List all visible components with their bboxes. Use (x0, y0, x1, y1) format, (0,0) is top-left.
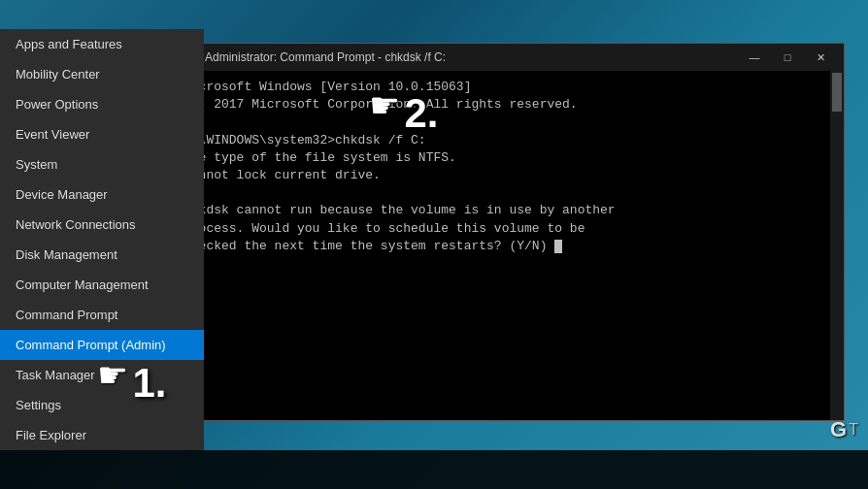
menu-item-computer-management[interactable]: Computer Management (0, 270, 204, 300)
menu-item-device-manager[interactable]: Device Manager (0, 179, 204, 210)
menu-item-disk-management[interactable]: Disk Management (0, 240, 204, 270)
close-button[interactable]: ✕ (805, 48, 836, 67)
menu-item-network-connections[interactable]: Network Connections (0, 210, 204, 240)
watermark-g: G (830, 417, 847, 442)
cmd-titlebar: C:\ Administrator: Command Prompt - chkd… (176, 44, 844, 71)
window-controls: — □ ✕ (739, 48, 836, 67)
menu-item-label-task-manager: Task Manager (16, 368, 95, 382)
annotation-step2: ☛ 2. (369, 85, 438, 137)
menu-item-power-options[interactable]: Power Options (0, 89, 204, 119)
menu-item-label-system: System (16, 157, 57, 172)
cmd-title: Administrator: Command Prompt - chkdsk /… (205, 50, 739, 64)
menu-item-label-command-prompt-admin: Command Prompt (Admin) (16, 338, 166, 352)
menu-item-system[interactable]: System (0, 149, 204, 179)
cmd-line-5: Cannot lock current drive. (184, 167, 820, 184)
menu-item-apps-features[interactable]: Apps and Features (0, 29, 204, 59)
menu-item-label-disk-management: Disk Management (16, 247, 117, 262)
menu-item-file-explorer[interactable]: File Explorer (0, 420, 204, 450)
menu-item-command-prompt[interactable]: Command Prompt (0, 300, 204, 330)
menu-item-label-settings: Settings (16, 398, 61, 412)
minimize-button[interactable]: — (739, 48, 770, 67)
menu-item-label-event-viewer: Event Viewer (16, 127, 89, 142)
menu-item-label-network-connections: Network Connections (16, 217, 136, 232)
cmd-line-7: Chkdsk cannot run because the volume is … (184, 202, 820, 219)
cmd-line-3: C:\WINDOWS\system32>chkdsk /f C: (184, 132, 820, 149)
cmd-line-2 (184, 114, 820, 131)
cmd-line-0: Microsoft Windows [Version 10.0.15063] (184, 79, 820, 96)
cmd-cursor (554, 240, 562, 253)
step-number-1: 1. (132, 360, 166, 407)
watermark-t: T (849, 421, 858, 439)
taskbar (0, 450, 868, 489)
menu-item-label-apps-features: Apps and Features (16, 37, 122, 51)
hand-cursor-2: ☛ (369, 85, 400, 126)
cmd-body: Microsoft Windows [Version 10.0.15063](c… (176, 71, 844, 420)
menu-item-label-file-explorer: File Explorer (16, 428, 86, 442)
cmd-scrollbar[interactable] (830, 71, 844, 420)
menu-item-event-viewer[interactable]: Event Viewer (0, 119, 204, 149)
maximize-button[interactable]: □ (772, 48, 803, 67)
cmd-line-9: checked the next time the system restart… (184, 238, 820, 255)
step-number-2: 2. (404, 90, 438, 137)
cmd-line-1: (c) 2017 Microsoft Corporation. All righ… (184, 96, 820, 114)
menu-item-mobility-center[interactable]: Mobility Center (0, 59, 204, 89)
menu-item-label-device-manager: Device Manager (16, 187, 108, 202)
menu-item-label-computer-management: Computer Management (16, 277, 149, 292)
menu-item-label-power-options: Power Options (16, 97, 98, 112)
cmd-line-8: process. Would you like to schedule this… (184, 220, 820, 238)
scrollbar-thumb (832, 73, 842, 112)
menu-item-label-command-prompt: Command Prompt (16, 308, 117, 322)
cmd-line-6 (184, 184, 820, 202)
annotation-step1: ☛ 1. (97, 355, 166, 407)
watermark: G T (830, 417, 858, 442)
cmd-line-4: The type of the file system is NTFS. (184, 149, 820, 167)
menu-item-label-mobility-center: Mobility Center (16, 67, 100, 82)
cmd-output: Microsoft Windows [Version 10.0.15063](c… (184, 79, 836, 255)
hand-cursor-1: ☛ (97, 355, 128, 396)
cmd-window: C:\ Administrator: Command Prompt - chkd… (175, 43, 845, 421)
